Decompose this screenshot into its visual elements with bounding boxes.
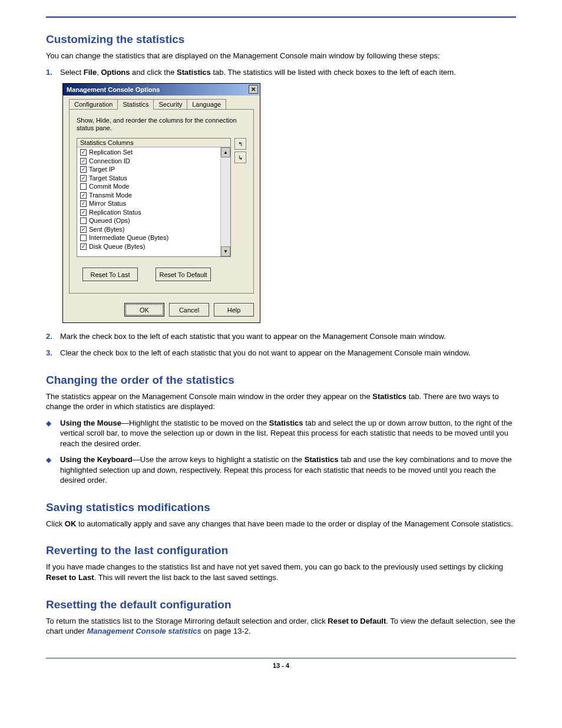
list-item-label: Intermediate Queue (Bytes) — [89, 233, 168, 242]
scroll-up-icon[interactable]: ▲ — [221, 147, 230, 157]
list-item[interactable]: ✓Mirror Status — [77, 199, 220, 208]
step-2: 2. Mark the check box to the left of eac… — [46, 331, 516, 342]
heading-customizing: Customizing the statistics — [46, 33, 516, 46]
bullet-keyboard: ◆ Using the Keyboard—Use the arrow keys … — [46, 454, 516, 486]
checkbox-icon[interactable]: ✓ — [80, 243, 87, 250]
tab-configuration[interactable]: Configuration — [69, 99, 118, 109]
cancel-button[interactable]: Cancel — [169, 303, 209, 317]
checkbox-icon[interactable]: ✓ — [80, 166, 87, 173]
list-item-label: Sent (Bytes) — [89, 225, 125, 234]
checkbox-icon[interactable] — [80, 218, 87, 224]
list-item[interactable]: ✓Target Status — [77, 174, 220, 183]
step-num-1: 1. — [46, 67, 60, 78]
heading-reverting: Reverting to the last configuration — [46, 544, 516, 557]
diamond-icon: ◆ — [46, 454, 60, 465]
list-item-label: Connection ID — [89, 157, 130, 166]
link-management-console-statistics[interactable]: Management Console statistics — [87, 627, 201, 635]
bullet-mouse: ◆ Using the Mouse—Highlight the statisti… — [46, 418, 516, 449]
tab-security[interactable]: Security — [153, 99, 187, 109]
close-icon[interactable]: ✕ — [249, 85, 258, 94]
list-item[interactable]: ✓Sent (Bytes) — [77, 225, 220, 234]
checkbox-icon[interactable]: ✓ — [80, 175, 87, 182]
dialog-tabs: Configuration Statistics Security Langua… — [63, 95, 260, 109]
list-item-label: Transmit Mode — [89, 191, 132, 200]
help-button[interactable]: Help — [214, 303, 254, 317]
dialog-title: Management Console Options — [67, 86, 160, 93]
reset-to-last-button[interactable]: Reset To Last — [82, 268, 138, 281]
checkbox-icon[interactable]: ✓ — [80, 149, 87, 156]
changing-intro: The statistics appear on the Management … — [46, 391, 516, 412]
list-item-label: Commit Mode — [89, 182, 129, 191]
list-item[interactable]: ✓Replication Set — [77, 148, 220, 157]
scroll-down-icon[interactable]: ▼ — [221, 246, 230, 256]
list-item-label: Target IP — [89, 165, 115, 174]
list-item-label: Disk Queue (Bytes) — [89, 242, 145, 251]
list-item[interactable]: ✓Replication Status — [77, 208, 220, 217]
reset-to-default-button[interactable]: Reset To Default — [156, 268, 211, 281]
list-item-label: Replication Status — [89, 208, 141, 217]
dialog-instruction: Show, Hide, and reorder the columns for … — [77, 117, 246, 132]
list-item[interactable]: Queued (Ops) — [77, 216, 220, 225]
step-3-text: Clear the check box to the left of each … — [60, 348, 471, 358]
heading-resetting: Resetting the default configuration — [46, 598, 516, 611]
page-number: 13 - 4 — [46, 662, 516, 669]
ok-button[interactable]: OK — [124, 303, 164, 317]
bottom-rule — [46, 658, 516, 658]
heading-saving: Saving statistics modifications — [46, 501, 516, 514]
customizing-intro: You can change the statistics that are d… — [46, 51, 516, 61]
step-1: 1. Select File, Options and click the St… — [46, 67, 516, 78]
diamond-icon: ◆ — [46, 418, 60, 428]
top-rule — [46, 17, 516, 18]
list-item[interactable]: ✓Target IP — [77, 165, 220, 174]
list-item[interactable]: ✓Connection ID — [77, 157, 220, 166]
scrollbar[interactable]: ▲ ▼ — [220, 147, 230, 256]
step-2-text: Mark the check box to the left of each s… — [60, 331, 446, 342]
list-item-label: Replication Set — [89, 148, 133, 157]
dialog-titlebar: Management Console Options ✕ — [63, 84, 260, 95]
checkbox-icon[interactable]: ✓ — [80, 192, 87, 199]
statistics-listbox[interactable]: Statistics Columns ✓Replication Set✓Conn… — [77, 138, 231, 257]
move-up-button[interactable]: ↰ — [234, 138, 246, 150]
checkbox-icon[interactable]: ✓ — [80, 158, 87, 164]
heading-changing: Changing the order of the statistics — [46, 374, 516, 387]
list-item[interactable]: Intermediate Queue (Bytes) — [77, 233, 220, 242]
reverting-text: If you have made changes to the statisti… — [46, 562, 516, 582]
step-num-2: 2. — [46, 331, 60, 342]
tab-statistics[interactable]: Statistics — [117, 99, 154, 110]
list-item[interactable]: ✓Transmit Mode — [77, 191, 220, 200]
checkbox-icon[interactable] — [80, 235, 87, 241]
checkbox-icon[interactable] — [80, 183, 87, 190]
checkbox-icon[interactable]: ✓ — [80, 209, 87, 216]
list-item[interactable]: ✓Disk Queue (Bytes) — [77, 242, 220, 251]
checkbox-icon[interactable]: ✓ — [80, 200, 87, 207]
step-3: 3. Clear the check box to the left of ea… — [46, 348, 516, 358]
move-down-button[interactable]: ↳ — [234, 151, 246, 163]
dialog-screenshot: Management Console Options ✕ Configurati… — [62, 83, 516, 323]
list-item-label: Mirror Status — [89, 199, 126, 208]
listbox-header: Statistics Columns — [77, 139, 230, 147]
step-num-3: 3. — [46, 348, 60, 358]
list-item-label: Target Status — [89, 174, 127, 183]
saving-text: Click OK to automatically apply and save… — [46, 519, 516, 529]
list-item[interactable]: Commit Mode — [77, 182, 220, 191]
resetting-text: To return the statistics list to the Sto… — [46, 616, 516, 637]
tab-language[interactable]: Language — [187, 99, 226, 109]
step-1-text: Select File, Options and click the Stati… — [60, 67, 456, 78]
list-item-label: Queued (Ops) — [89, 216, 130, 225]
checkbox-icon[interactable]: ✓ — [80, 226, 87, 233]
